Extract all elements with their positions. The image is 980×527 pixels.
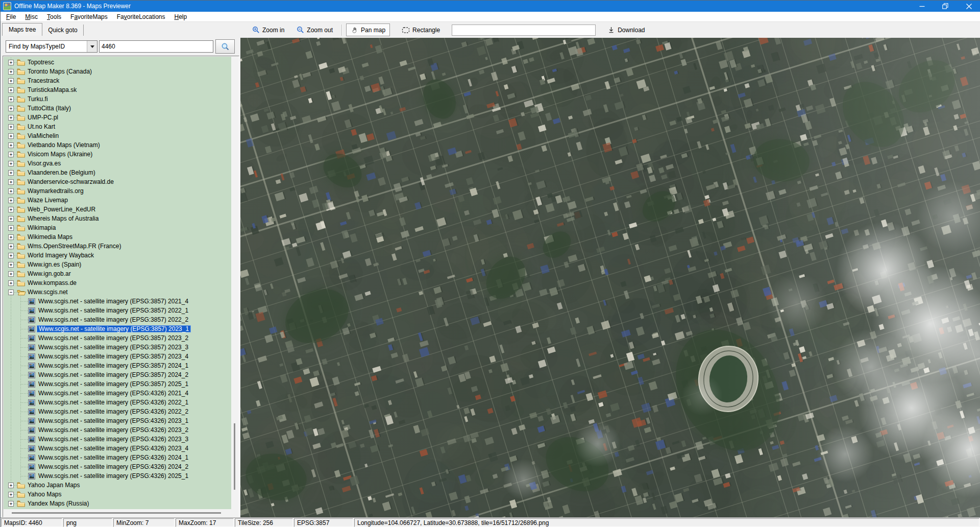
tree-item-folder[interactable]: +TuttoCitta (Italy) [4,104,232,113]
tree-item-map-layer[interactable]: Www.scgis.net - satellite imagery (EPSG:… [4,297,232,306]
tree-item-map-layer[interactable]: Www.scgis.net - satellite imagery (EPSG:… [4,462,232,471]
plus-expand-icon[interactable]: + [8,198,14,203]
search-button[interactable] [215,39,235,54]
combo-dropdown-button[interactable] [87,41,97,52]
tree-item-map-layer[interactable]: Www.scgis.net - satellite imagery (EPSG:… [4,425,232,435]
satellite-map-canvas[interactable] [240,38,980,517]
find-mode-select[interactable]: Find by MapsTypeID [6,40,97,53]
download-button[interactable]: Download [603,23,649,36]
plus-expand-icon[interactable]: + [8,244,14,249]
minimize-button[interactable] [910,1,934,12]
plus-expand-icon[interactable]: + [8,501,14,507]
zoom-out-button[interactable]: Zoom out [292,23,337,36]
plus-expand-icon[interactable]: + [8,115,14,121]
tree-item-map-layer[interactable]: Www.scgis.net - satellite imagery (EPSG:… [4,471,232,481]
plus-expand-icon[interactable]: + [8,262,14,268]
tree-vertical-scrollbar[interactable] [231,57,238,509]
plus-expand-icon[interactable]: + [8,483,14,488]
tree-item-map-layer[interactable]: Www.scgis.net - satellite imagery (EPSG:… [4,352,232,361]
tree-item-map-layer[interactable]: Www.scgis.net - satellite imagery (EPSG:… [4,398,232,407]
plus-expand-icon[interactable]: + [8,207,14,212]
plus-expand-icon[interactable]: + [8,271,14,277]
menu-item-misc[interactable]: Misc [20,12,42,21]
plus-expand-icon[interactable]: + [8,78,14,84]
tab-quick-goto[interactable]: Quick goto [42,25,83,36]
plus-expand-icon[interactable]: + [8,161,14,166]
tree-item-map-layer[interactable]: Www.scgis.net - satellite imagery (EPSG:… [4,435,232,444]
plus-expand-icon[interactable]: + [8,234,14,240]
tree-item-map-layer[interactable]: Www.scgis.net - satellite imagery (EPSG:… [4,315,232,324]
plus-expand-icon[interactable]: + [8,60,14,65]
tree-item-folder[interactable]: +Web_PowerLine_KedUR [4,205,232,214]
tree-item-folder[interactable]: +Toronto Maps (Canada) [4,67,232,76]
plus-expand-icon[interactable]: + [8,142,14,148]
tree-item-map-layer[interactable]: Www.scgis.net - satellite imagery (EPSG:… [4,379,232,389]
tree-item-folder[interactable]: +Www.kompass.de [4,278,232,288]
tree-item-folder[interactable]: +TuristickaMapa.sk [4,85,232,94]
tree-item-folder[interactable]: +Wikimedia Maps [4,232,232,242]
plus-expand-icon[interactable]: + [8,216,14,222]
close-button[interactable] [957,1,980,12]
plus-expand-icon[interactable]: + [8,188,14,194]
tree-item-map-layer[interactable]: Www.scgis.net - satellite imagery (EPSG:… [4,453,232,462]
restore-button[interactable] [934,1,957,12]
menu-item-favoritemaps[interactable]: FavoriteMaps [66,12,112,21]
tree-item-folder[interactable]: +Visor.gva.es [4,159,232,168]
rectangle-button[interactable]: Rectangle [397,24,445,36]
tree-item-folder[interactable]: +Tracestrack [4,76,232,85]
tree-item-folder[interactable]: +Wms.OpenStreetMap.FR (France) [4,242,232,251]
vertical-scroll-thumb[interactable] [234,423,235,490]
menu-item-favoritelocations[interactable]: FavoriteLocations [112,12,170,21]
tree-item-folder[interactable]: +Yahoo Maps [4,490,232,499]
tree-item-folder[interactable]: +Waymarkedtrails.org [4,186,232,196]
plus-expand-icon[interactable]: + [8,133,14,139]
plus-expand-icon[interactable]: + [8,152,14,157]
tree-item-map-layer[interactable]: Www.scgis.net - satellite imagery (EPSG:… [4,416,232,425]
tree-item-map-layer[interactable]: Www.scgis.net - satellite imagery (EPSG:… [4,324,232,333]
tree-item-folder[interactable]: +Yandex Maps (Russia) [4,499,232,508]
plus-expand-icon[interactable]: + [8,87,14,93]
menu-item-help[interactable]: Help [170,12,192,21]
tree-item-folder[interactable]: +Wikimapia [4,223,232,232]
plus-expand-icon[interactable]: + [8,69,14,75]
horizontal-scroll-thumb[interactable] [12,512,221,514]
tree-item-map-layer[interactable]: Www.scgis.net - satellite imagery (EPSG:… [4,370,232,379]
tree-item-folder[interactable]: +World Imagery Wayback [4,251,232,260]
tree-item-folder[interactable]: +ViaMichelin [4,131,232,140]
tree-item-folder[interactable]: +Turku.fi [4,94,232,104]
plus-expand-icon[interactable]: + [8,280,14,286]
tree-item-folder[interactable]: −Www.scgis.net [4,288,232,297]
plus-expand-icon[interactable]: + [8,97,14,102]
search-input[interactable] [99,40,213,53]
tree-item-map-layer[interactable]: Www.scgis.net - satellite imagery (EPSG:… [4,361,232,370]
toolbar-input[interactable] [452,25,596,36]
tree-item-map-layer[interactable]: Www.scgis.net - satellite imagery (EPSG:… [4,407,232,416]
zoom-in-button[interactable]: Zoom in [248,23,289,36]
tree-item-folder[interactable]: +Www.ign.es (Spain) [4,260,232,269]
menu-item-tools[interactable]: Tools [42,12,66,21]
tree-item-folder[interactable]: +Topotresc [4,58,232,67]
plus-expand-icon[interactable]: + [8,106,14,111]
tree-item-folder[interactable]: +Whereis Maps of Australia [4,214,232,223]
tree-item-map-layer[interactable]: Www.scgis.net - satellite imagery (EPSG:… [4,306,232,315]
tree-item-folder[interactable]: +Yahoo Japan Maps [4,481,232,490]
pan-map-button[interactable]: Pan map [346,23,390,36]
plus-expand-icon[interactable]: + [8,179,14,185]
tree-item-folder[interactable]: +UMP-PC.pl [4,113,232,122]
tree-item-map-layer[interactable]: Www.scgis.net - satellite imagery (EPSG:… [4,444,232,453]
tree-item-folder[interactable]: +Vlaanderen.be (Belgium) [4,168,232,177]
tree-item-folder[interactable]: +Waze Livemap [4,196,232,205]
tree-item-folder[interactable]: +Visicom Maps (Ukraine) [4,150,232,159]
plus-expand-icon[interactable]: + [8,124,14,130]
tree-item-folder[interactable]: +Vietbando Maps (Vietnam) [4,140,232,150]
plus-expand-icon[interactable]: + [8,170,14,176]
tree-item-folder[interactable]: +Ut.no Kart [4,122,232,131]
tree-item-map-layer[interactable]: Www.scgis.net - satellite imagery (EPSG:… [4,389,232,398]
tree-item-folder[interactable]: +Wanderservice-schwarzwald.de [4,177,232,186]
tree-item-map-layer[interactable]: Www.scgis.net - satellite imagery (EPSG:… [4,333,232,343]
plus-expand-icon[interactable]: + [8,253,14,258]
tree-horizontal-scrollbar[interactable] [4,509,239,516]
plus-expand-icon[interactable]: + [8,492,14,497]
tree-item-folder[interactable]: +Www.ign.gob.ar [4,269,232,278]
tab-maps-tree[interactable]: Maps tree [2,23,42,36]
